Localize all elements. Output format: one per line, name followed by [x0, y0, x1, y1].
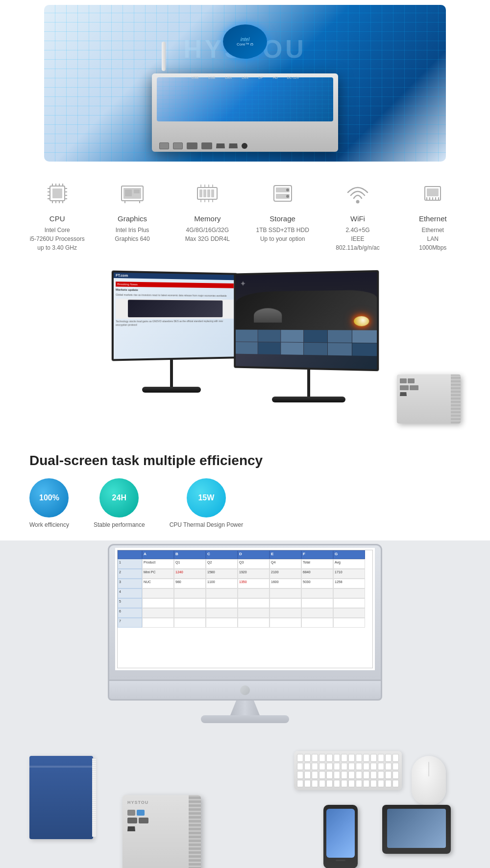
sh-r2-2: 1240: [174, 569, 206, 579]
key-4: [319, 754, 325, 762]
spec-ethernet: Ethernet Ethernet LAN 1000Mbps: [398, 176, 467, 252]
imac-section: A B C D E F G 1 Product Q1 Q2 Q: [0, 540, 490, 868]
key-18: [319, 763, 325, 771]
key-24: [363, 763, 369, 771]
key-55: [385, 780, 392, 788]
news-content: Breaking News Markets update Global mark…: [114, 280, 236, 328]
stat-label-efficiency: Work efficiency: [29, 521, 69, 528]
intel-chip-badge: intel Core™ i5: [223, 24, 267, 59]
stat-work-efficiency: 100% Work efficiency: [29, 478, 69, 528]
key-50: [348, 780, 355, 788]
sh-r2-0: 2: [118, 569, 142, 579]
sh-r5-4: [238, 598, 270, 608]
storage-icon: [268, 179, 297, 208]
port-usb2: [173, 142, 183, 149]
minipc-vents: [189, 795, 201, 868]
spec-graphics-detail: Intel Iris Plus Graphics 640: [115, 226, 149, 243]
spec-cpu: CPU Intel Core i5-7260U Processors up to…: [23, 176, 92, 252]
sh-r4-7: [333, 588, 365, 598]
imac-chin: [108, 681, 382, 701]
monitor-left: FT.com Breaking News Markets update Glob…: [112, 270, 238, 361]
gallery-cell-4: [304, 330, 328, 342]
sh-r3-1: NUC: [142, 579, 174, 588]
sh-r6-2: [174, 608, 206, 618]
key-51: [356, 780, 362, 788]
key-30: [304, 771, 311, 779]
svg-rect-25: [199, 189, 202, 197]
imac-screen: A B C D E F G 1 Product Q1 Q2 Q: [115, 548, 375, 670]
key-48: [334, 780, 340, 788]
key-32: [319, 771, 325, 779]
key-21: [341, 763, 347, 771]
mouse-divider: [428, 762, 429, 776]
stat-value-perf: 24H: [112, 493, 126, 502]
key-23: [356, 763, 362, 771]
stat-circle-thermal: 15W: [187, 478, 226, 517]
spec-memory: Memory 4G/8G/16G/32G Max 32G DDR4L: [173, 176, 242, 243]
key-27: [385, 763, 392, 771]
svg-rect-21: [134, 189, 140, 193]
gallery-cell-11: [328, 343, 352, 356]
sh-r2-4: 1920: [238, 569, 270, 579]
sh-h6: F: [301, 550, 333, 559]
spec-wifi: WiFi 2.4G+5G IEEE 802.11a/b/g/n/ac: [323, 176, 392, 252]
gallery-cell-3: [281, 330, 304, 342]
svg-rect-1: [52, 188, 62, 198]
sh-r1-0: 1: [118, 559, 142, 569]
sh-r1-5: Q4: [270, 559, 301, 569]
monitor-left-screen: FT.com Breaking News Markets update Glob…: [114, 273, 236, 359]
minipc-port-row2: [127, 818, 148, 823]
spec-storage-name: Storage: [270, 214, 295, 223]
spec-ethernet-name: Ethernet: [419, 214, 447, 223]
memory-icon-container: [190, 176, 224, 211]
stats-row: 100% Work efficiency 24H Stable performa…: [29, 478, 461, 528]
sh-r2-5: 2100: [270, 569, 301, 579]
imac-apple-logo: [240, 685, 250, 695]
spec-cpu-name: CPU: [49, 214, 65, 223]
key-15: [297, 763, 303, 771]
pc-circuit-overlay: [157, 77, 333, 121]
stat-label-perf: Stable performance: [94, 521, 145, 528]
port-label-lan2: LAN: [240, 76, 250, 79]
monitor-left-base: [142, 387, 201, 393]
svg-point-42: [356, 200, 359, 204]
sh-r1-4: Q3: [238, 559, 270, 569]
sh-r4-2: [174, 588, 206, 598]
graphics-icon: [118, 179, 147, 208]
left-monitor-wrapper: FT.com Breaking News Markets update Glob…: [108, 272, 235, 360]
sh-r7-0: 7: [118, 618, 142, 628]
center-monitor-wrapper: ✦: [235, 272, 382, 370]
spec-memory-name: Memory: [194, 214, 220, 223]
stat-stable-perf: 24H Stable performance: [94, 478, 145, 528]
phone-screen: [326, 809, 355, 858]
sh-r2-3: 1580: [206, 569, 238, 579]
imac-image: A B C D E F G 1 Product Q1 Q2 Q: [0, 550, 490, 717]
spec-wifi-detail: 2.4G+5G IEEE 802.11a/b/g/n/ac: [336, 226, 379, 252]
key-16: [304, 763, 311, 771]
sh-r4-6: [301, 588, 333, 598]
svg-rect-28: [211, 189, 214, 197]
cpu-icon-container: [40, 176, 74, 211]
wifi-icon-container: [341, 176, 375, 211]
port-hd: [229, 143, 238, 148]
sh-r6-7: [333, 608, 365, 618]
key-2: [304, 754, 311, 762]
spec-storage-detail: 1TB SSD+2TB HDD Up to your option: [256, 226, 309, 243]
intel-label: intel: [241, 37, 249, 42]
core-label: Core™ i5: [237, 42, 253, 47]
key-56: [392, 780, 399, 788]
car-cabin: [254, 308, 282, 323]
svg-rect-26: [203, 189, 206, 197]
sh-r1-7: Avg: [333, 559, 365, 569]
gallery-cell-2: [258, 330, 280, 342]
key-49: [341, 780, 347, 788]
accessory-tablet: [382, 805, 451, 854]
spec-cpu-detail: Intel Core i5-7260U Processors up to 3.4…: [30, 226, 85, 252]
key-28: [392, 763, 399, 771]
gallery-cell-12: [352, 343, 377, 356]
key-46: [319, 780, 325, 788]
small-port-1: [400, 378, 407, 383]
sh-h5: E: [270, 550, 301, 559]
spec-storage: Storage 1TB SSD+2TB HDD Up to your optio…: [248, 176, 317, 243]
port-label-lan1: LAN: [223, 76, 234, 79]
